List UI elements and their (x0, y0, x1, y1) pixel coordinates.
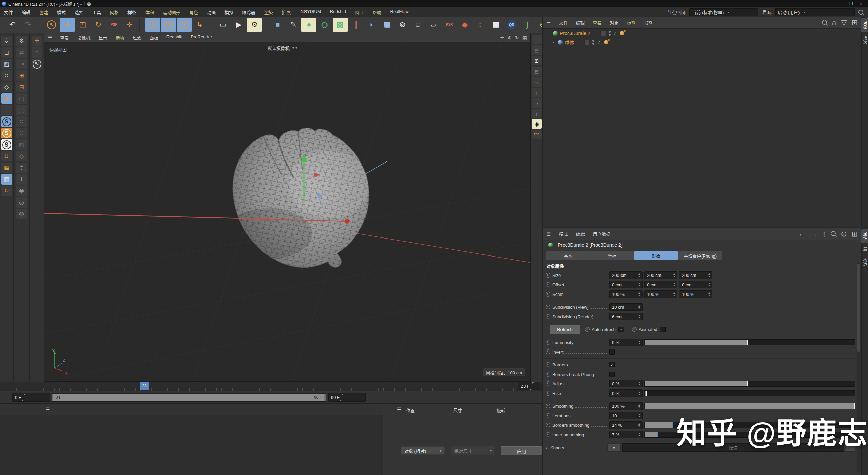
vertical-tab[interactable]: 场次 (861, 33, 868, 47)
floor-icon[interactable]: ▦ (379, 18, 394, 32)
camera-name-label[interactable]: 默认摄像机 (268, 45, 297, 51)
attribute-menu-item[interactable]: 模式 (559, 231, 568, 237)
menubar-item[interactable]: 创建 (39, 9, 48, 15)
node-space-select[interactable]: 当前 (标准/物理) ▾ (689, 8, 758, 16)
slider-handle[interactable] (646, 391, 647, 396)
snap-enable-icon[interactable]: S (1, 116, 12, 127)
edges-mode-icon[interactable]: ◇ (1, 82, 12, 92)
menubar-item[interactable]: RealFlow (390, 9, 409, 15)
undo-icon[interactable]: ↶ (5, 18, 20, 32)
cloner-ring-icon[interactable]: ◌ (473, 18, 488, 32)
array-icon[interactable]: ▩ (333, 18, 348, 32)
lock-z-axis-icon[interactable]: Z (177, 18, 192, 32)
lock-icon[interactable]: ⊙ (841, 230, 847, 238)
object-name[interactable]: 球体 (565, 39, 574, 46)
spinner-icon[interactable] (638, 339, 642, 346)
axis-mode-icon[interactable]: ∟ (1, 105, 12, 115)
pan-view-icon[interactable]: ✛ (500, 35, 505, 40)
psr-strip-icon[interactable]: PSR (532, 130, 542, 139)
phong-tag-icon[interactable] (604, 40, 608, 44)
enable-check-icon[interactable]: ✓ (597, 40, 601, 45)
spinner-icon[interactable] (638, 291, 642, 298)
texture-mode-icon[interactable]: ▨ (1, 59, 12, 69)
unhide-all-icon[interactable]: ◍ (16, 209, 27, 219)
lock-workplane-icon[interactable]: ▦ (1, 174, 12, 185)
apply-button[interactable]: 应用 (501, 446, 542, 455)
lock-x-axis-icon[interactable]: X (145, 18, 160, 32)
select-up-icon[interactable]: ⇡ (16, 163, 27, 173)
attribute-menu-item[interactable]: 编辑 (576, 231, 585, 237)
hide-selected-icon[interactable]: ◉ (16, 186, 27, 196)
redo-icon[interactable]: ↷ (21, 18, 36, 32)
layer-toggle-icon[interactable] (584, 40, 590, 45)
attribute-tab[interactable]: 对象 (634, 251, 678, 260)
menubar-item[interactable]: 运动图形 (163, 9, 180, 15)
close-icon[interactable]: ✕ (859, 1, 863, 6)
menubar-item[interactable]: 选择 (75, 9, 83, 15)
viewport-menu-item[interactable]: 摄像机 (77, 34, 91, 41)
interface-select[interactable]: 启动 (用户) ▾ (775, 8, 855, 16)
pen-spline-icon[interactable]: ✎ (286, 18, 301, 32)
menubar-item[interactable]: 模式 (57, 9, 66, 15)
maximize-icon[interactable]: ❐ (849, 1, 853, 6)
rotate-workplane-icon[interactable]: ↻ (1, 186, 12, 196)
menubar-item[interactable]: 角色 (189, 9, 198, 15)
shift-down-icon[interactable]: ↓ (532, 109, 542, 118)
transfer-icon[interactable]: ⇄ (16, 47, 27, 58)
points-mode-icon[interactable]: ∷ (1, 70, 12, 81)
viewport-menu-item[interactable]: ProRender (191, 34, 212, 41)
magnet-icon[interactable]: U (1, 151, 12, 162)
size-mode-select[interactable]: 绝对尺寸 ▾ (451, 446, 495, 455)
last-tool-psr-icon[interactable]: PSR (106, 18, 121, 32)
filter-icon[interactable]: ▽ (841, 19, 847, 26)
value-field[interactable]: 6 cm (609, 313, 643, 320)
history-forward-icon[interactable]: → (810, 230, 817, 238)
coordinate-system-icon[interactable]: ↳ (192, 18, 207, 32)
enable-check-icon[interactable]: ✓ (613, 31, 617, 36)
menubar-item[interactable]: 体积 (145, 9, 154, 15)
value-field[interactable]: 100 % (679, 290, 712, 298)
hidden-box-icon[interactable]: ▢ (16, 93, 27, 104)
add-object-icon[interactable]: ⊞ (532, 56, 542, 65)
polygons-mode-icon[interactable]: ◆ (1, 93, 12, 104)
panel-menu-icon[interactable]: ☰ (397, 407, 401, 412)
hide-unselected-icon[interactable]: ◎ (16, 197, 27, 208)
select-down-icon[interactable]: ⇣ (16, 174, 27, 185)
animated-checkbox[interactable] (660, 327, 666, 332)
points-white-grid-icon[interactable]: ∷ (16, 128, 27, 138)
menubar-item[interactable]: 窗口 (355, 9, 364, 15)
param-slider[interactable] (644, 381, 855, 387)
attribute-menu-item[interactable]: 用户数据 (593, 231, 610, 237)
value-field[interactable]: 100 % (644, 290, 677, 298)
range-end-field[interactable]: 90 F (328, 393, 366, 402)
attribute-tab[interactable]: 平滑着色(Phong) (678, 251, 722, 260)
visibility-dots-icon[interactable] (609, 31, 611, 36)
add-cube-icon[interactable]: ■ (270, 18, 285, 32)
shrink-selection-icon[interactable]: ⊟ (16, 82, 27, 92)
camera-icon[interactable]: ⊚ (395, 18, 410, 32)
menubar-item[interactable]: 编辑 (22, 9, 31, 15)
viewport-menu-item[interactable]: 过滤 (133, 34, 141, 41)
drop-to-floor-icon[interactable]: ◆ (457, 18, 472, 32)
panel-menu-icon[interactable]: ☰ (48, 35, 52, 40)
add-filter-icon[interactable]: ⊞ (852, 19, 858, 26)
vertical-tab[interactable]: 层 (861, 244, 868, 254)
visibility-dots-icon[interactable] (592, 40, 594, 45)
hidden-sphere-icon[interactable]: ◯ (16, 105, 27, 115)
param-slider[interactable] (644, 390, 855, 396)
tree-expander-icon[interactable]: ⊦ (546, 31, 551, 35)
rotate-tool-icon[interactable]: ↻ (91, 18, 106, 32)
panel-menu-icon[interactable]: ☰ (546, 20, 551, 26)
value-field[interactable]: 0 cm (644, 281, 677, 288)
preview-range-bar[interactable]: 0 F 90 F (52, 393, 326, 402)
object-manager-menu-item[interactable]: 编辑 (576, 19, 585, 26)
slider-handle[interactable] (854, 403, 855, 409)
live-selection-icon[interactable]: ↖ (44, 18, 59, 32)
value-field[interactable]: 0 % (609, 339, 643, 346)
camera-add-icon[interactable]: ◉ (532, 119, 542, 129)
value-field[interactable]: 0 % (609, 380, 643, 387)
param-slider[interactable] (644, 403, 855, 409)
minimize-icon[interactable]: ─ (841, 1, 844, 6)
render-picture-viewer-icon[interactable]: ▶ (231, 18, 246, 32)
subdivision-surface-icon[interactable]: ● (301, 18, 316, 32)
